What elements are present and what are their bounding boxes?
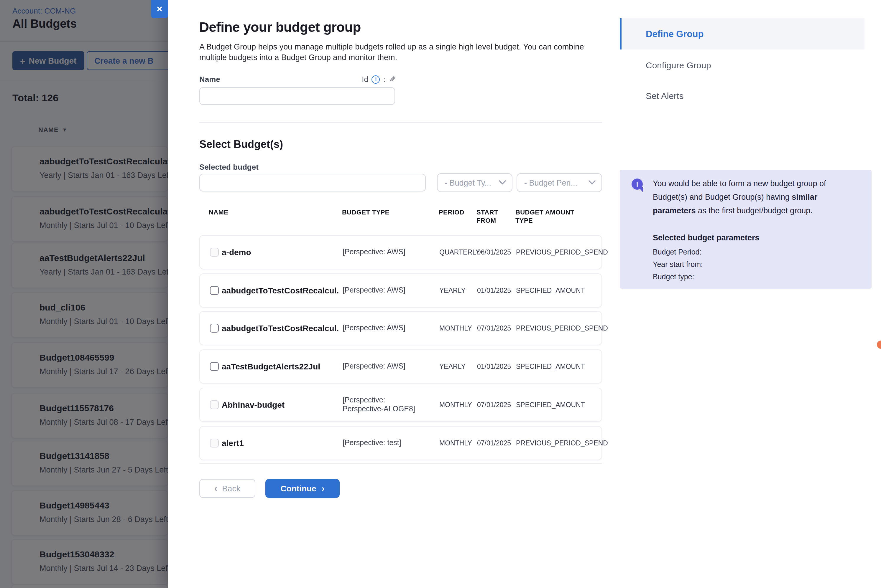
chevron-right-icon: › <box>322 483 325 493</box>
row-budget-name: aabudgetToTestCostRecalcul... <box>222 324 338 333</box>
row-start-from: 07/01/2025 <box>477 401 511 408</box>
row-period: YEARLY <box>439 363 466 370</box>
row-checkbox[interactable] <box>210 324 219 333</box>
table-row[interactable]: aabudgetToTestCostRecalcul... [Perspecti… <box>199 311 602 345</box>
budget-search-input[interactable] <box>199 174 426 192</box>
info-panel: i You would be able to form a new budget… <box>620 170 872 289</box>
info-text-post: as the first budget/budget group. <box>696 206 813 215</box>
close-icon: ✕ <box>156 5 163 14</box>
row-start-from: 01/01/2025 <box>477 287 511 294</box>
section-divider <box>199 122 602 123</box>
row-checkbox[interactable] <box>210 362 219 371</box>
select-budgets-heading: Select Budget(s) <box>199 138 283 151</box>
chevron-down-icon <box>588 180 595 185</box>
table-row[interactable]: alert1 [Perspective: test] MONTHLY 07/01… <box>199 426 602 460</box>
budget-type-filter-select[interactable]: - Budget Ty... <box>437 173 513 192</box>
step-label: Define Group <box>646 28 704 39</box>
step-label: Configure Group <box>646 60 711 70</box>
continue-button-label: Continue <box>280 484 316 493</box>
modal-description: A Budget Group helps you manage multiple… <box>199 42 595 63</box>
row-budget-type: [Perspective: AWS] <box>343 248 425 256</box>
info-icon-glyph: i <box>636 181 638 188</box>
edit-id-pencil-icon[interactable]: ✎ <box>389 75 396 84</box>
row-budget-name: a-demo <box>222 248 251 257</box>
row-period: YEARLY <box>439 287 466 294</box>
table-row[interactable]: Abhinav-budget [Perspective: Perspective… <box>199 388 602 422</box>
row-budget-name: aaTestBudgetAlerts22Jul <box>222 362 320 371</box>
selected-budget-parameters-heading: Selected budget parameters <box>653 233 759 242</box>
id-colon: : <box>383 75 386 84</box>
info-panel-text: You would be able to form a new budget g… <box>653 177 830 218</box>
row-start-from: 01/01/2025 <box>477 363 511 370</box>
group-name-input[interactable] <box>199 87 395 105</box>
column-header-budget-type: BUDGET TYPE <box>342 208 389 216</box>
row-budget-type: [Perspective: Perspective-ALOGE8] <box>343 396 425 414</box>
row-period: MONTHLY <box>439 440 472 447</box>
row-period: MONTHLY <box>439 401 472 408</box>
modal-backdrop-overlay <box>0 0 168 588</box>
row-amount-type: PREVIOUS_PERIOD_SPEND <box>516 249 608 256</box>
column-header-budget-amount-type: BUDGET AMOUNT TYPE <box>516 208 577 225</box>
row-amount-type: SPECIFIED_AMOUNT <box>516 287 585 294</box>
row-checkbox[interactable] <box>210 286 219 295</box>
selected-budget-label: Selected budget <box>199 163 259 171</box>
budget-period-filter-value: - Budget Peri... <box>524 178 577 187</box>
row-amount-type: SPECIFIED_AMOUNT <box>516 401 585 408</box>
row-period: MONTHLY <box>439 325 472 332</box>
close-button[interactable]: ✕ <box>151 0 168 18</box>
modal-title: Define your budget group <box>199 20 361 35</box>
row-budget-name: alert1 <box>222 438 244 448</box>
table-end-divider <box>199 463 602 464</box>
row-start-from: 07/01/2025 <box>477 440 511 447</box>
id-label: Id <box>362 75 368 84</box>
id-group: Id i : ✎ <box>362 75 396 84</box>
step-label: Set Alerts <box>646 90 684 100</box>
row-budget-type: [Perspective: AWS] <box>343 362 425 371</box>
chevron-down-icon <box>499 180 506 185</box>
table-row[interactable]: aaTestBudgetAlerts22Jul [Perspective: AW… <box>199 350 602 384</box>
info-bubble-icon: i <box>631 178 643 190</box>
row-start-from: 06/01/2025 <box>477 249 511 256</box>
table-row[interactable]: a-demo [Perspective: AWS] QUARTERLY 06/0… <box>199 235 602 269</box>
table-row[interactable]: aabudgetToTestCostRecalcul... [Perspecti… <box>199 273 602 308</box>
step-configure-group[interactable]: Configure Group <box>620 50 864 80</box>
row-checkbox[interactable] <box>210 248 219 256</box>
row-checkbox[interactable] <box>210 400 219 409</box>
row-amount-type: PREVIOUS_PERIOD_SPEND <box>516 440 608 447</box>
step-set-alerts[interactable]: Set Alerts <box>620 80 864 111</box>
name-field-label: Name <box>199 75 220 84</box>
row-amount-type: PREVIOUS_PERIOD_SPEND <box>516 325 608 332</box>
budget-period-filter-select[interactable]: - Budget Peri... <box>517 173 602 192</box>
row-budget-type: [Perspective: test] <box>343 439 425 447</box>
budget-period-param: Budget Period: <box>653 248 701 256</box>
year-start-param: Year start from: <box>653 260 703 268</box>
column-header-period: PERIOD <box>439 208 465 216</box>
row-budget-name: Abhinav-budget <box>222 400 284 410</box>
row-amount-type: SPECIFIED_AMOUNT <box>516 363 585 370</box>
back-button-label: Back <box>222 484 240 493</box>
row-checkbox[interactable] <box>210 439 219 447</box>
step-define-group[interactable]: Define Group <box>620 18 864 50</box>
id-info-icon[interactable]: i <box>372 75 380 83</box>
row-budget-type: [Perspective: AWS] <box>343 324 425 333</box>
row-period: QUARTERLY <box>439 249 480 256</box>
row-start-from: 07/01/2025 <box>477 325 511 332</box>
name-field-header: Name Id i : ✎ <box>199 75 396 84</box>
back-button[interactable]: ‹ Back <box>199 479 256 498</box>
row-budget-name: aabudgetToTestCostRecalcul... <box>222 286 338 295</box>
chevron-left-icon: ‹ <box>214 483 218 494</box>
budget-group-wizard-screen: Account: CCM-NG All Budgets + New Budget… <box>0 0 881 588</box>
column-header-name: NAME <box>209 208 228 216</box>
budget-type-filter-value: - Budget Ty... <box>445 178 491 187</box>
row-budget-type: [Perspective: AWS] <box>343 286 425 295</box>
continue-button[interactable]: Continue › <box>265 479 340 498</box>
column-header-start-from: START FROM <box>477 208 505 225</box>
budget-type-param: Budget type: <box>653 273 694 281</box>
